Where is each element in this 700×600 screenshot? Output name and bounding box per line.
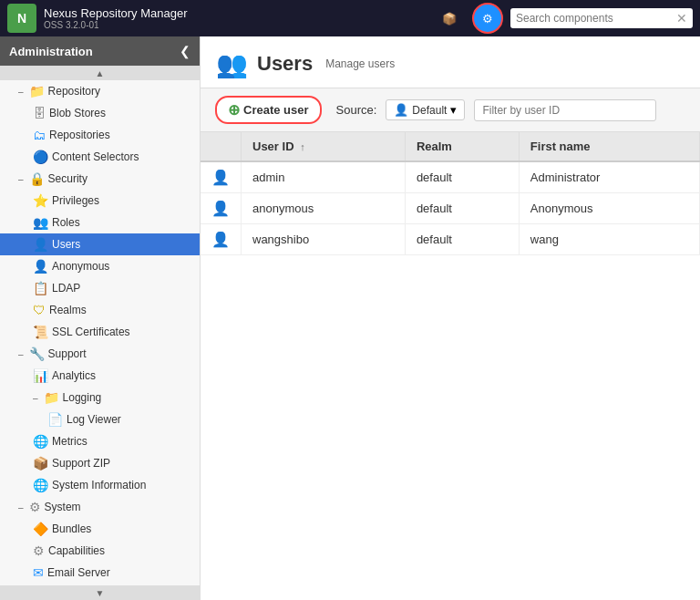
- sidebar-title: Administration: [9, 45, 93, 58]
- sidebar-item-repository-label: Repository: [48, 85, 100, 98]
- email-server-icon: ✉: [33, 565, 44, 580]
- sidebar-scroll[interactable]: – 📁 Repository 🗄 Blob Stores 🗂 Repositor…: [0, 80, 200, 585]
- source-icon: 👤: [394, 103, 408, 117]
- sidebar-item-privileges[interactable]: ⭐ Privileges: [0, 190, 200, 212]
- support-expand-icon: –: [18, 349, 24, 359]
- sidebar-item-anonymous-label: Anonymous: [52, 260, 109, 273]
- row-icon-cell: 👤: [201, 193, 242, 224]
- col-user-id[interactable]: User ID ↑: [242, 132, 406, 161]
- sidebar-item-analytics-label: Analytics: [52, 369, 96, 382]
- sidebar-item-logging-label: Logging: [63, 391, 102, 404]
- row-realm: default: [405, 161, 519, 193]
- row-realm: default: [405, 193, 519, 224]
- repository-icon: 📁: [29, 84, 45, 98]
- system-information-icon: 🌐: [33, 478, 48, 492]
- sidebar-item-anonymous[interactable]: 👤 Anonymous: [0, 255, 200, 277]
- user-filter-input[interactable]: [474, 99, 656, 121]
- row-first-name: Administrator: [519, 161, 699, 193]
- sidebar-item-users-label: Users: [52, 238, 80, 251]
- sidebar-item-support[interactable]: – 🔧 Support: [0, 343, 200, 365]
- source-value: Default: [412, 104, 447, 117]
- sidebar-item-repository[interactable]: – 📁 Repository: [0, 80, 200, 102]
- sidebar-item-security[interactable]: – 🔒 Security: [0, 168, 200, 190]
- capabilities-icon: ⚙: [33, 543, 45, 558]
- bundles-icon: 🔶: [33, 522, 48, 536]
- col-first-name[interactable]: First name: [519, 132, 699, 161]
- sidebar-item-log-viewer[interactable]: 📄 Log Viewer: [0, 409, 200, 430]
- table-row[interactable]: 👤 wangshibо default wang: [201, 224, 700, 255]
- sidebar-item-system-information[interactable]: 🌐 System Information: [0, 474, 200, 496]
- row-icon-cell: 👤: [201, 224, 242, 255]
- sidebar-item-system-information-label: System Information: [52, 479, 146, 491]
- sidebar-item-repositories-label: Repositories: [49, 129, 110, 141]
- sidebar-item-blob-stores[interactable]: 🗄 Blob Stores: [0, 102, 200, 124]
- sidebar-item-metrics-label: Metrics: [52, 435, 88, 448]
- sidebar-item-realms[interactable]: 🛡 Realms: [0, 299, 200, 321]
- page-header-icon: 👥: [215, 47, 248, 80]
- users-icon: 👤: [33, 237, 48, 252]
- page-title: Users: [257, 52, 313, 76]
- sidebar-item-logging[interactable]: – 📁 Logging: [0, 387, 200, 409]
- sidebar-collapse-button[interactable]: ❮: [180, 44, 190, 58]
- row-user-id: anonymous: [242, 193, 406, 224]
- sidebar-item-roles[interactable]: 👥 Roles: [0, 212, 200, 233]
- sidebar-item-capabilities[interactable]: ⚙ Capabilities: [0, 540, 200, 562]
- table-row[interactable]: 👤 admin default Administrator: [201, 161, 700, 193]
- topbar: N Nexus Repository Manager OSS 3.2.0-01 …: [0, 0, 700, 36]
- row-user-id: admin: [242, 161, 406, 193]
- user-row-icon: 👤: [211, 201, 230, 216]
- sidebar-item-system[interactable]: – ⚙ System: [0, 496, 200, 518]
- sidebar-item-ldap[interactable]: 📋 LDAP: [0, 277, 200, 299]
- box-icon[interactable]: 📦: [434, 3, 465, 34]
- sidebar-item-repositories[interactable]: 🗂 Repositories: [0, 124, 200, 146]
- source-select[interactable]: 👤 Default ▾: [386, 99, 465, 120]
- sidebar: Administration ❮ ▲ – 📁 Repository 🗄 Blob…: [0, 36, 201, 600]
- sidebar-item-support-zip[interactable]: 📦 Support ZIP: [0, 452, 200, 474]
- scroll-down-button[interactable]: ▼: [0, 585, 200, 600]
- logging-expand-icon: –: [33, 393, 38, 403]
- main-layout: Administration ❮ ▲ – 📁 Repository 🗄 Blob…: [0, 36, 700, 600]
- security-icon: 🔒: [29, 171, 45, 186]
- app-title: Nexus Repository Manager: [44, 6, 188, 21]
- table-header-row: User ID ↑ Realm First name: [201, 132, 700, 161]
- support-zip-icon: 📦: [33, 456, 48, 471]
- plus-icon: ⊕: [228, 101, 240, 119]
- search-clear-icon[interactable]: ✕: [676, 11, 687, 26]
- ldap-icon: 📋: [33, 281, 48, 295]
- sidebar-item-log-viewer-label: Log Viewer: [67, 413, 121, 426]
- sidebar-item-users[interactable]: 👤 Users: [0, 233, 200, 255]
- roles-icon: 👥: [33, 215, 48, 230]
- page-subtitle: Manage users: [325, 57, 395, 70]
- sidebar-item-ssl-certificates[interactable]: 📜 SSL Certificates: [0, 321, 200, 343]
- sidebar-item-ssl-certificates-label: SSL Certificates: [52, 326, 130, 338]
- anonymous-icon: 👤: [33, 259, 48, 274]
- sidebar-header: Administration ❮: [0, 36, 200, 66]
- content-selectors-icon: 🔵: [33, 150, 48, 164]
- content-area: 👥 Users Manage users ⊕ Create user Sourc…: [201, 36, 700, 600]
- ssl-certificates-icon: 📜: [33, 325, 48, 339]
- repositories-icon: 🗂: [33, 128, 46, 142]
- create-user-button[interactable]: ⊕ Create user: [215, 96, 322, 124]
- user-row-icon: 👤: [211, 170, 230, 185]
- search-input[interactable]: [516, 12, 673, 25]
- sidebar-item-bundles[interactable]: 🔶 Bundles: [0, 518, 200, 540]
- col-realm[interactable]: Realm: [405, 132, 519, 161]
- sidebar-item-analytics[interactable]: 📊 Analytics: [0, 365, 200, 387]
- gear-icon[interactable]: ⚙: [472, 3, 503, 34]
- sidebar-item-content-selectors[interactable]: 🔵 Content Selectors: [0, 146, 200, 168]
- sidebar-item-system-label: System: [45, 501, 81, 513]
- sidebar-item-metrics[interactable]: 🌐 Metrics: [0, 430, 200, 452]
- logo-letter: N: [17, 11, 26, 26]
- sidebar-item-email-server-label: Email Server: [47, 566, 110, 579]
- users-table: User ID ↑ Realm First name 👤 admin: [201, 132, 700, 255]
- sidebar-item-roles-label: Roles: [52, 216, 80, 229]
- support-icon: 🔧: [29, 347, 45, 361]
- sidebar-item-email-server[interactable]: ✉ Email Server: [0, 562, 200, 584]
- col-realm-label: Realm: [417, 140, 452, 153]
- row-first-name: wang: [519, 224, 699, 255]
- system-expand-icon: –: [18, 502, 24, 512]
- app-logo: Nexus Repository Manager OSS 3.2.0-01: [44, 6, 188, 31]
- table-row[interactable]: 👤 anonymous default Anonymous: [201, 193, 700, 224]
- scroll-up-button[interactable]: ▲: [0, 66, 200, 80]
- sidebar-item-support-zip-label: Support ZIP: [52, 457, 110, 470]
